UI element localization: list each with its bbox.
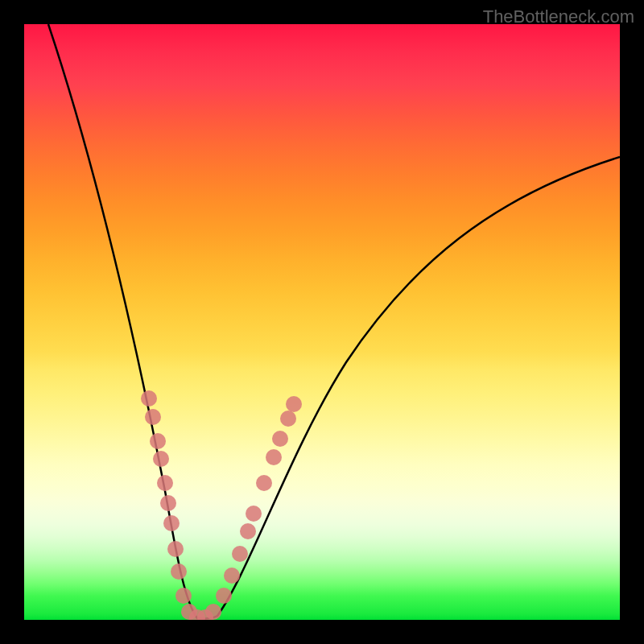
- data-points-group: [141, 390, 302, 620]
- data-point: [272, 431, 288, 447]
- data-point: [167, 541, 184, 557]
- data-point: [163, 515, 180, 531]
- chart-svg: [24, 24, 620, 620]
- data-point: [145, 409, 161, 425]
- data-point: [205, 604, 221, 620]
- data-point: [216, 588, 232, 604]
- data-point: [232, 546, 248, 562]
- data-point: [256, 475, 272, 491]
- data-point: [141, 390, 157, 407]
- data-point: [160, 495, 176, 511]
- data-point: [266, 449, 282, 465]
- data-point: [246, 506, 262, 522]
- watermark-text: TheBottleneck.com: [483, 6, 634, 27]
- data-point: [240, 523, 256, 539]
- data-point: [224, 568, 240, 584]
- data-point: [171, 564, 187, 580]
- data-point: [175, 588, 192, 604]
- data-point: [286, 396, 302, 412]
- data-point: [153, 451, 169, 467]
- chart-plot-area: [24, 24, 620, 620]
- data-point: [280, 411, 296, 427]
- data-point: [150, 433, 166, 449]
- data-point: [157, 475, 173, 491]
- bottleneck-curve: [48, 24, 620, 619]
